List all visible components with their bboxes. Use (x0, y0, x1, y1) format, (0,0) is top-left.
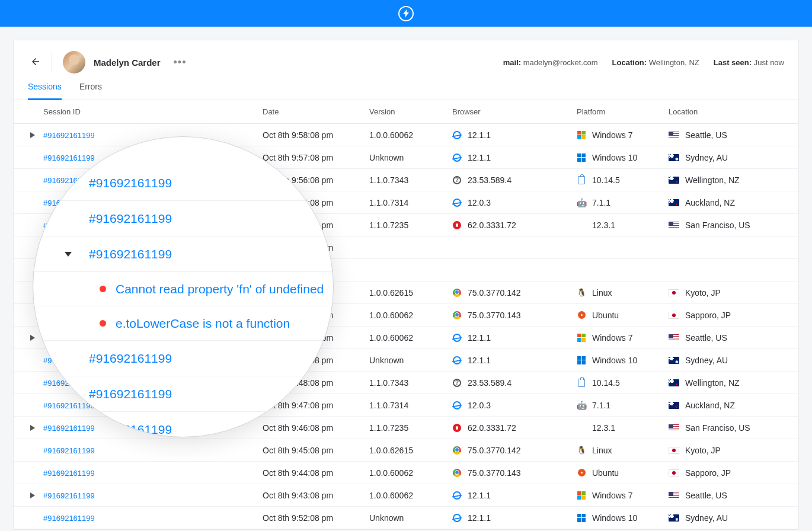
magnifier-session-row[interactable]: #91692161199 (33, 201, 333, 236)
ubuntu-icon (577, 468, 586, 478)
cell-location: Wellington, NZ (669, 175, 790, 185)
session-link[interactable]: #91692161199 (43, 469, 95, 478)
chevron-down-icon (65, 252, 72, 257)
cell-platform: Windows 10 (577, 153, 669, 162)
magnifier-session-link[interactable]: #91692161199 (89, 176, 172, 190)
windows10-icon (577, 513, 586, 523)
cell-platform: Windows 7 (577, 491, 669, 500)
chrome-icon (452, 288, 462, 298)
app-logo-icon (398, 6, 414, 21)
cell-version: 1.1.0.7343 (369, 175, 452, 185)
flag-au-icon (669, 357, 679, 364)
col-version: Version (369, 107, 452, 116)
table-row: #91692161199Oct 8th 9:52:08 pmUnknown12.… (14, 507, 798, 529)
col-platform: Platform (577, 107, 669, 116)
apple-icon (577, 423, 586, 433)
more-button[interactable]: ••• (169, 54, 191, 71)
magnifier-error-row[interactable]: e.toLowerCase is not a function (33, 306, 333, 341)
magnifier-session-row[interactable]: #91692161199 (33, 341, 333, 376)
ie-icon (452, 130, 462, 140)
cell-browser: 75.0.3770.143 (452, 468, 577, 478)
chevron-right-icon (30, 492, 35, 498)
tab-sessions[interactable]: Sessions (28, 82, 62, 100)
cell-browser: 12.0.3 (452, 401, 577, 410)
expand-toggle[interactable] (22, 492, 43, 498)
cell-browser: 12.1.1 (452, 153, 577, 162)
tab-errors[interactable]: Errors (79, 82, 102, 100)
cell-version: 1.0.0.60062 (369, 311, 452, 320)
ie-icon (452, 356, 462, 365)
magnifier-session-link[interactable]: #91692161199 (89, 351, 172, 366)
flag-au-icon (669, 154, 679, 161)
expand-toggle[interactable] (22, 335, 43, 341)
error-dot-icon (100, 320, 106, 327)
magnifier-session-row[interactable]: #91692161199 (33, 236, 333, 272)
flag-us-icon (669, 492, 679, 499)
cell-browser: 75.0.3770.143 (452, 311, 577, 320)
session-link[interactable]: #91692161199 (43, 491, 95, 500)
magnifier-session-link[interactable]: #91692161199 (89, 387, 172, 401)
session-link[interactable]: #91692161199 (43, 131, 95, 140)
cell-version: 1.0.0.60062 (369, 468, 452, 478)
magnifier-session-link[interactable]: #91692161199 (89, 212, 172, 226)
flag-us-icon (669, 132, 679, 139)
cell-version: Unknown (369, 153, 452, 162)
session-link[interactable]: #91692161199 (43, 153, 95, 162)
ie-icon (452, 401, 462, 410)
cell-platform: 10.14.5 (577, 378, 669, 388)
expand-toggle[interactable] (22, 132, 43, 138)
cell-location: Kyoto, JP (669, 288, 790, 298)
apple-icon (577, 220, 586, 230)
cell-platform: 🐧Linux (577, 446, 669, 455)
expand-toggle[interactable] (22, 425, 43, 431)
cell-version: Unknown (369, 513, 452, 523)
table-row: #91692161199Oct 8th 9:45:08 pm1.0.0.6261… (14, 439, 798, 462)
cell-browser: 12.1.1 (452, 356, 577, 365)
session-link[interactable]: #91692161199 (43, 514, 95, 523)
windows7-icon (577, 333, 586, 343)
cell-browser: 62.0.3331.72 (452, 423, 577, 433)
cell-location: Auckland, NZ (669, 401, 790, 410)
mac-icon (577, 175, 586, 185)
cell-location: Auckland, NZ (669, 198, 790, 207)
cell-location: Sydney, AU (669, 356, 790, 365)
cell-platform: 🐧Linux (577, 288, 669, 298)
cell-location: Sydney, AU (669, 513, 790, 523)
cell-platform: 12.3.1 (577, 423, 669, 433)
magnifier-error-text: Cannot read property 'fn' of undefined (116, 282, 324, 296)
android-icon: 🤖 (577, 198, 586, 207)
cell-date: Oct 8th 9:43:08 pm (263, 491, 369, 500)
cell-version: 1.0.0.60062 (369, 333, 452, 343)
cell-version: 1.0.0.60062 (369, 491, 452, 500)
android-icon: 🤖 (577, 401, 586, 410)
table-row: #91692161199Oct 8th 9:43:08 pm1.0.0.6006… (14, 484, 798, 507)
opera-icon (452, 220, 462, 230)
cell-platform (577, 266, 669, 275)
cell-browser: ?23.53.589.4 (452, 175, 577, 185)
cell-location: San Franciso, US (669, 220, 790, 230)
cell-location: Sapporo, JP (669, 468, 790, 478)
magnifier-session-link[interactable]: #91692161199 (89, 247, 172, 261)
cell-date: Oct 8th 9:57:08 pm (263, 153, 369, 162)
cell-location: Seattle, US (669, 130, 790, 140)
col-browser: Browser (452, 107, 577, 116)
flag-nz-icon (669, 199, 679, 206)
magnifier-error-row[interactable]: Cannot read property 'fn' of undefined (33, 272, 333, 306)
ie-icon (452, 491, 462, 500)
cell-location: Sydney, AU (669, 153, 790, 162)
cell-date: Oct 8th 9:52:08 pm (263, 513, 369, 523)
back-button[interactable] (28, 54, 43, 71)
ie-icon (452, 198, 462, 207)
opera-icon (452, 423, 462, 433)
cell-location: Kyoto, JP (669, 446, 790, 455)
session-link[interactable]: #91692161199 (43, 424, 95, 433)
col-date: Date (263, 107, 369, 116)
cell-platform: Windows 7 (577, 130, 669, 140)
cell-platform: Windows 7 (577, 333, 669, 343)
mac-icon (577, 378, 586, 388)
arrow-left-icon (30, 56, 41, 67)
topbar (0, 0, 812, 27)
cell-version: 1.1.0.7235 (369, 220, 452, 230)
session-link[interactable]: #91692161199 (43, 446, 95, 455)
table-header: Session ID Date Version Browser Platform… (14, 100, 798, 124)
